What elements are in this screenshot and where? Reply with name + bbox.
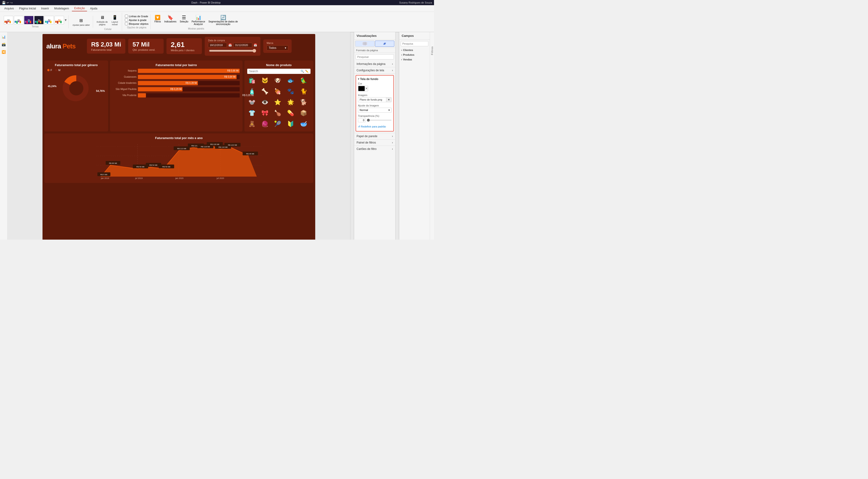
calendar-icon[interactable]: 📅: [228, 43, 232, 47]
ajustar-grade-check[interactable]: Ajustar à grade: [125, 19, 149, 22]
papel-header[interactable]: Papel de parede ›: [354, 133, 395, 139]
transparency-thumb[interactable]: [367, 119, 370, 122]
product-icon-15[interactable]: 👕: [247, 108, 257, 118]
left-icon-data[interactable]: 🗃️: [1, 41, 7, 47]
informacoes-header[interactable]: Informações da página ›: [354, 61, 395, 67]
product-icon-2[interactable]: 🐶: [273, 76, 282, 85]
image-clear-btn[interactable]: ✕: [386, 97, 391, 102]
menu-inserir[interactable]: Inserir: [39, 6, 51, 11]
filtros-btn[interactable]: 🔽 Filtros: [153, 14, 162, 26]
bar-chart-title: Faturamento total por bairro: [113, 63, 240, 67]
field-group-vendas[interactable]: › Vendas: [399, 57, 430, 62]
theme-3[interactable]: Aa: [24, 16, 34, 24]
selecao-btn[interactable]: ☰ Seleção: [179, 14, 189, 26]
product-icon-19[interactable]: 📦: [299, 108, 308, 118]
charts-row: Faturamento total por gênero F M: [42, 59, 315, 132]
performance-btn[interactable]: 📊 PerformanceAnalyzer: [191, 14, 206, 26]
collapse-campos-btn[interactable]: ◀: [395, 32, 399, 240]
format-table-icon[interactable]: [355, 41, 374, 47]
save-icon[interactable]: 💾: [2, 1, 6, 4]
campos-search[interactable]: [401, 41, 428, 46]
pencil-icon[interactable]: ✏️: [305, 70, 309, 73]
product-icon-9[interactable]: 🐈: [299, 87, 308, 96]
exibicao-btn[interactable]: 🖥 Exibição depágina: [96, 13, 109, 27]
themes-row: Aa Aa Aa: [4, 16, 67, 24]
product-icon-8[interactable]: 🐾: [286, 87, 296, 96]
product-icon-17[interactable]: 🍗: [273, 108, 282, 118]
product-icon-11[interactable]: 👁️: [260, 97, 270, 107]
format-paint-icon[interactable]: [375, 41, 394, 47]
ajustar-btn[interactable]: ⊞ Ajustar para caber: [71, 16, 91, 27]
field-group-produtos[interactable]: › Produtos: [399, 53, 430, 57]
product-icon-1[interactable]: 🐱: [260, 76, 270, 85]
product-icon-0[interactable]: 🛍️: [247, 76, 257, 85]
redo-icon[interactable]: ↪: [10, 1, 13, 4]
product-icon-24[interactable]: 🥣: [299, 119, 308, 129]
transparency-slider[interactable]: [367, 120, 392, 121]
transparency-input[interactable]: [358, 118, 366, 122]
viz-search-input[interactable]: [355, 54, 394, 60]
configuracoes-header[interactable]: Configurações de tela ›: [354, 67, 395, 73]
menu-exibicao[interactable]: Exibição: [72, 6, 87, 11]
product-card: Nome do produto 🔍 ✏️ 🛍️ 🐱 🐶 🐟 🦜: [244, 60, 313, 131]
product-icon-14[interactable]: 🐕: [299, 97, 308, 107]
ajuste-row: Ajuste da Imagem Normal ▾: [358, 104, 392, 113]
ajustar-icon: ⊞: [78, 17, 85, 24]
field-group-clientes[interactable]: › Clientes: [399, 48, 430, 53]
segmentacao-btn[interactable]: 🔄 Segmentações de dados desincronização: [208, 14, 239, 26]
product-icon-16[interactable]: 🎀: [260, 108, 270, 118]
menu-pagina-inicial[interactable]: Página Inicial: [17, 6, 38, 11]
product-icon-18[interactable]: 💊: [286, 108, 296, 118]
date-slider[interactable]: [209, 49, 256, 53]
theme-2[interactable]: Aa: [14, 16, 23, 24]
brand-select[interactable]: Todos ▾: [267, 45, 288, 51]
theme-6[interactable]: Aa: [55, 16, 64, 24]
calendar-icon-2[interactable]: 📅: [254, 43, 257, 47]
product-icon-7[interactable]: 🍖: [273, 87, 282, 96]
product-icon-12[interactable]: ⭐: [273, 97, 282, 107]
ajustar-label: Ajustar para caber: [72, 24, 90, 26]
product-icon-20[interactable]: 🧸: [247, 119, 257, 129]
theme-1[interactable]: Aa: [4, 16, 13, 24]
menu-modelagem[interactable]: Modelagem: [52, 6, 71, 11]
tela-fundo-panel: ▾ Tela de fundo Cor ▾ Imagem Plano de fu…: [355, 75, 394, 131]
date-to[interactable]: [233, 43, 252, 47]
adjust-select[interactable]: Normal ▾: [358, 108, 392, 113]
product-icon-6[interactable]: 🦴: [260, 87, 270, 96]
filtros-side-label[interactable]: Filtros: [431, 46, 434, 55]
color-dropdown[interactable]: ▾: [358, 86, 368, 91]
cartoes-header[interactable]: Cartões de filtro ›: [354, 146, 395, 152]
collapse-viz-btn[interactable]: ◀: [350, 32, 354, 240]
theme-4[interactable]: Aa: [34, 16, 44, 24]
bar-label-4: Vila Prudente: [113, 94, 136, 97]
painel-filtros-header[interactable]: Painel de filtros ›: [354, 139, 395, 146]
date-from[interactable]: [208, 43, 227, 47]
product-search-input[interactable]: [249, 70, 301, 73]
canvas-scroll[interactable]: alura Pets R$ 2,03 Mi Faturamento total …: [7, 32, 350, 240]
reset-btn[interactable]: ↺ Redefinir para padrão: [358, 124, 392, 129]
theme-5[interactable]: Aa: [44, 16, 54, 24]
svg-text:jul 2020: jul 2020: [217, 177, 224, 180]
undo-icon[interactable]: ↩: [7, 1, 9, 4]
themes-more-btn[interactable]: ▾: [65, 16, 67, 24]
selecao-icon: ☰: [182, 14, 186, 20]
layout-movel-btn[interactable]: 📱 Layoutmóvel: [110, 13, 120, 27]
product-icon-21[interactable]: 🧶: [260, 119, 270, 129]
product-icon-4[interactable]: 🦜: [299, 76, 308, 85]
product-icon-3[interactable]: 🐟: [286, 76, 296, 85]
left-icon-report[interactable]: 📊: [1, 34, 7, 40]
menu-ajuda[interactable]: Ajuda: [88, 6, 100, 11]
linhas-grade-check[interactable]: Linhas de Grade: [125, 14, 149, 18]
kpi-media-label: Média pets / clientes: [171, 49, 194, 52]
svg-text:R$ 45 Mil: R$ 45 Mil: [246, 153, 254, 155]
indicadores-btn[interactable]: 🔖 Indicadores: [163, 14, 178, 26]
product-icon-13[interactable]: 🌟: [286, 97, 296, 107]
product-icon-22[interactable]: 🎾: [273, 119, 282, 129]
left-icon-model[interactable]: 🔀: [1, 49, 7, 55]
bloquear-check[interactable]: Bloquear objetos: [125, 22, 149, 25]
menu-arquivo[interactable]: Arquivo: [2, 6, 16, 11]
image-input-row: Plano de fundo.png ✕: [358, 97, 392, 102]
bar-track-4: R$ 0,05 Mi: [138, 93, 240, 97]
product-icon-10[interactable]: 🐭: [247, 97, 257, 107]
product-icon-23[interactable]: 🔰: [286, 119, 296, 129]
